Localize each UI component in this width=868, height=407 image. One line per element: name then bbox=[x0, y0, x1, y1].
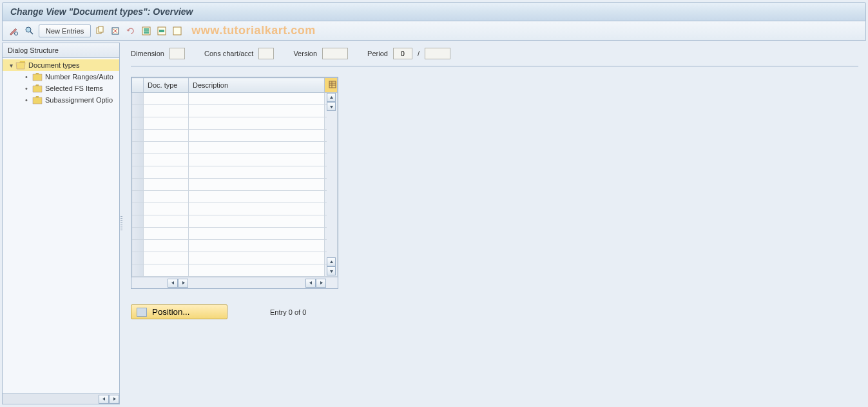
cell-description[interactable] bbox=[189, 203, 325, 215]
deselect-icon bbox=[172, 26, 182, 36]
cell-doctype[interactable] bbox=[144, 179, 189, 191]
new-entries-button[interactable]: New Entries bbox=[39, 25, 91, 37]
scroll-left-button[interactable] bbox=[305, 279, 316, 288]
svg-rect-6 bbox=[144, 28, 149, 30]
table-row[interactable] bbox=[132, 191, 338, 203]
table-row[interactable] bbox=[132, 154, 338, 166]
row-selector[interactable] bbox=[132, 191, 144, 203]
cell-doctype[interactable] bbox=[144, 142, 189, 154]
cell-doctype[interactable] bbox=[144, 154, 189, 166]
table-row[interactable] bbox=[132, 117, 338, 130]
scroll-right-button[interactable] bbox=[178, 279, 188, 288]
cell-description[interactable] bbox=[189, 240, 325, 252]
scroll-up-button[interactable] bbox=[327, 93, 336, 102]
cell-description[interactable] bbox=[189, 154, 325, 166]
version-input[interactable] bbox=[322, 48, 348, 59]
cell-doctype[interactable] bbox=[144, 166, 189, 179]
tree-node-selected-fs-items[interactable]: • Selected FS Items bbox=[3, 83, 119, 94]
table-row[interactable] bbox=[132, 179, 338, 191]
row-selector[interactable] bbox=[132, 142, 144, 154]
row-selector[interactable] bbox=[132, 166, 144, 179]
period-input-1[interactable] bbox=[393, 48, 412, 59]
row-select-header[interactable] bbox=[132, 78, 144, 93]
scroll-left-button[interactable] bbox=[99, 395, 109, 404]
cell-description[interactable] bbox=[189, 191, 325, 203]
scroll-right-button[interactable] bbox=[109, 395, 119, 404]
table-row[interactable] bbox=[132, 166, 338, 179]
table-row[interactable] bbox=[132, 130, 338, 142]
delete-button[interactable] bbox=[109, 25, 122, 37]
row-selector[interactable] bbox=[132, 130, 144, 142]
col-header-description[interactable]: Description bbox=[189, 78, 325, 93]
table-settings-button[interactable] bbox=[325, 78, 338, 93]
row-selector[interactable] bbox=[132, 215, 144, 228]
row-selector[interactable] bbox=[132, 264, 144, 277]
cell-doctype[interactable] bbox=[144, 252, 189, 264]
table-row[interactable] bbox=[132, 264, 338, 277]
row-selector[interactable] bbox=[132, 203, 144, 215]
cons-chart-input[interactable] bbox=[258, 48, 274, 59]
row-selector[interactable] bbox=[132, 154, 144, 166]
deselect-all-button[interactable] bbox=[171, 25, 184, 37]
cell-doctype[interactable] bbox=[144, 228, 189, 240]
cell-doctype[interactable] bbox=[144, 264, 189, 277]
toggle-display-change-button[interactable] bbox=[8, 25, 21, 37]
cell-description[interactable] bbox=[189, 105, 325, 117]
cell-doctype[interactable] bbox=[144, 203, 189, 215]
cell-doctype[interactable] bbox=[144, 117, 189, 130]
cell-doctype[interactable] bbox=[144, 130, 189, 142]
scroll-down-button[interactable] bbox=[327, 266, 336, 275]
cell-doctype[interactable] bbox=[144, 93, 189, 105]
position-button[interactable]: Position... bbox=[131, 304, 227, 319]
row-selector[interactable] bbox=[132, 93, 144, 105]
cell-description[interactable] bbox=[189, 93, 325, 105]
row-selector[interactable] bbox=[132, 117, 144, 130]
table-row[interactable] bbox=[132, 105, 338, 117]
tree-collapse-icon[interactable]: ▾ bbox=[8, 62, 14, 68]
cell-description[interactable] bbox=[189, 142, 325, 154]
scroll-up-button[interactable] bbox=[327, 257, 336, 266]
table-row[interactable] bbox=[132, 215, 338, 228]
col-header-doctype[interactable]: Doc. type bbox=[144, 78, 189, 93]
tree-node-subassignment-options[interactable]: • Subassignment Optio bbox=[3, 94, 119, 106]
cell-description[interactable] bbox=[189, 228, 325, 240]
period-input-2[interactable] bbox=[425, 48, 450, 59]
cell-doctype[interactable] bbox=[144, 105, 189, 117]
scroll-right-button[interactable] bbox=[316, 279, 326, 288]
entry-count-text: Entry 0 of 0 bbox=[270, 308, 306, 316]
copy-as-button[interactable] bbox=[93, 25, 106, 37]
cell-description[interactable] bbox=[189, 166, 325, 179]
tree-node-number-ranges[interactable]: • Number Ranges/Auto bbox=[3, 71, 119, 83]
row-selector[interactable] bbox=[132, 105, 144, 117]
scroll-left-button[interactable] bbox=[168, 279, 178, 288]
table-row[interactable] bbox=[132, 142, 338, 154]
row-selector[interactable] bbox=[132, 179, 144, 191]
cell-description[interactable] bbox=[189, 264, 325, 277]
table-row[interactable] bbox=[132, 252, 338, 264]
table-row[interactable] bbox=[132, 93, 338, 105]
app-toolbar: New Entries www.tutorialkart.com bbox=[2, 21, 866, 41]
undo-change-button[interactable] bbox=[124, 25, 137, 37]
period-separator: / bbox=[418, 50, 420, 57]
row-selector[interactable] bbox=[132, 252, 144, 264]
cell-doctype[interactable] bbox=[144, 215, 189, 228]
cell-description[interactable] bbox=[189, 179, 325, 191]
tree-node-document-types[interactable]: ▾ Document types bbox=[3, 59, 119, 71]
cell-description[interactable] bbox=[189, 130, 325, 142]
cell-description[interactable] bbox=[189, 252, 325, 264]
table-row[interactable] bbox=[132, 228, 338, 240]
row-selector[interactable] bbox=[132, 240, 144, 252]
cell-doctype[interactable] bbox=[144, 191, 189, 203]
other-view-button[interactable] bbox=[23, 25, 36, 37]
table-row[interactable] bbox=[132, 240, 338, 252]
cell-description[interactable] bbox=[189, 117, 325, 130]
cell-doctype[interactable] bbox=[144, 240, 189, 252]
scroll-down-button[interactable] bbox=[327, 102, 336, 111]
table-row[interactable] bbox=[132, 203, 338, 215]
select-all-button[interactable] bbox=[140, 25, 153, 37]
cell-description[interactable] bbox=[189, 215, 325, 228]
select-block-button[interactable] bbox=[155, 25, 168, 37]
position-icon bbox=[137, 308, 147, 317]
row-selector[interactable] bbox=[132, 228, 144, 240]
dimension-input[interactable] bbox=[169, 48, 185, 59]
